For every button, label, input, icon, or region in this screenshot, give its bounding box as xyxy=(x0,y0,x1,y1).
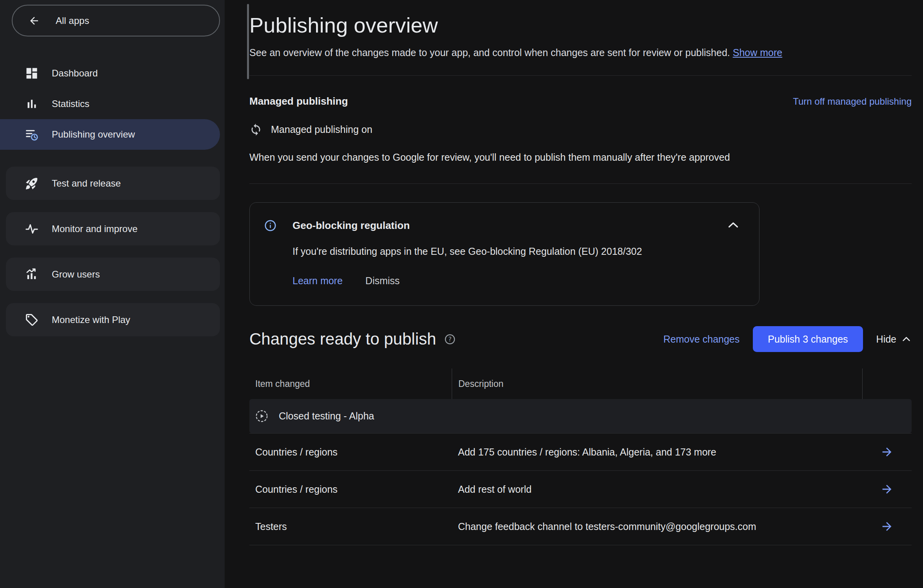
help-icon[interactable]: ? xyxy=(444,333,456,345)
sidebar-item-test-and-release[interactable]: Test and release xyxy=(6,167,220,200)
bar-chart-icon xyxy=(25,97,39,111)
closed-testing-track-icon xyxy=(255,410,268,423)
sidebar-item-monetize-with-play[interactable]: Monetize with Play xyxy=(6,303,220,336)
row-detail-button[interactable] xyxy=(880,445,894,459)
play-console-app: All apps Dashboard Statistics xyxy=(0,0,923,588)
cell-description: Add 175 countries / regions: Albania, Al… xyxy=(452,446,862,458)
cell-item-changed: Countries / regions xyxy=(249,484,452,495)
sidebar-item-label: Monitor and improve xyxy=(52,223,138,234)
managed-publishing-title: Managed publishing xyxy=(249,95,348,107)
geo-card-body: If you're distributing apps in the EU, s… xyxy=(293,246,740,257)
column-header-description: Description xyxy=(452,368,862,399)
sidebar-item-dashboard[interactable]: Dashboard xyxy=(0,58,225,89)
page-title: Publishing overview xyxy=(249,13,912,37)
sidebar-groups: Test and release Monitor and improve Gro… xyxy=(0,167,225,336)
publishing-overview-icon xyxy=(25,127,39,142)
sidebar-item-monitor-and-improve[interactable]: Monitor and improve xyxy=(6,212,220,245)
show-more-link[interactable]: Show more xyxy=(733,47,782,58)
changes-section: Changes ready to publish ? Remove change… xyxy=(249,326,912,545)
sidebar-item-label: Statistics xyxy=(52,98,89,109)
dashboard-icon xyxy=(25,66,39,80)
geo-blocking-card: Geo-blocking regulation If you're distri… xyxy=(249,202,759,306)
sidebar-item-label: Publishing overview xyxy=(52,129,135,140)
scrollbar-thumb[interactable] xyxy=(247,4,249,79)
managed-publishing-status: Managed publishing on xyxy=(249,123,912,136)
sidebar-item-grow-users[interactable]: Grow users xyxy=(6,258,220,291)
managed-publishing-section: Managed publishing Turn off managed publ… xyxy=(249,95,912,163)
sidebar-item-publishing-overview[interactable]: Publishing overview xyxy=(0,119,220,150)
page-header: Publishing overview See an overview of t… xyxy=(249,0,912,76)
arrow-forward-icon xyxy=(880,520,894,533)
cell-item-changed: Countries / regions xyxy=(249,446,452,458)
arrow-forward-icon xyxy=(880,445,894,459)
turn-off-managed-publishing-link[interactable]: Turn off managed publishing xyxy=(793,96,912,107)
changes-title: Changes ready to publish xyxy=(249,330,436,348)
geo-card-title: Geo-blocking regulation xyxy=(293,220,410,232)
status-text: Managed publishing on xyxy=(271,124,372,135)
group-row-label: Closed testing - Alpha xyxy=(279,410,374,422)
remove-changes-link[interactable]: Remove changes xyxy=(663,334,740,345)
publish-changes-button[interactable]: Publish 3 changes xyxy=(753,326,863,352)
table-row[interactable]: Countries / regions Add 175 countries / … xyxy=(249,433,912,470)
sidebar-nav: Dashboard Statistics xyxy=(0,58,225,150)
column-header-action xyxy=(862,368,912,399)
growth-chart-icon xyxy=(25,267,39,281)
sync-icon xyxy=(249,123,262,136)
collapse-card-button[interactable] xyxy=(726,218,740,232)
sidebar-item-label: Grow users xyxy=(52,269,100,280)
sidebar: All apps Dashboard Statistics xyxy=(0,0,225,588)
cell-description: Change feedback channel to testers-commu… xyxy=(452,521,862,532)
main-content: Publishing overview See an overview of t… xyxy=(225,0,923,588)
rocket-icon xyxy=(25,176,39,191)
cell-description: Add rest of world xyxy=(452,484,862,495)
sidebar-item-statistics[interactable]: Statistics xyxy=(0,89,225,119)
row-detail-button[interactable] xyxy=(880,483,894,496)
learn-more-link[interactable]: Learn more xyxy=(293,275,343,287)
changes-table: Item changed Description Closed testing … xyxy=(249,368,912,545)
column-header-item-changed: Item changed xyxy=(249,379,452,389)
all-apps-button[interactable]: All apps xyxy=(12,5,220,36)
price-tag-icon xyxy=(25,313,39,327)
table-row[interactable]: Testers Change feedback channel to teste… xyxy=(249,508,912,545)
cell-item-changed: Testers xyxy=(249,521,452,532)
managed-publishing-description: When you send your changes to Google for… xyxy=(249,152,912,163)
chevron-up-icon xyxy=(726,218,740,232)
svg-text:?: ? xyxy=(449,336,452,343)
info-icon xyxy=(264,219,277,232)
table-group-row[interactable]: Closed testing - Alpha xyxy=(249,399,912,433)
all-apps-label: All apps xyxy=(56,15,89,26)
dismiss-link[interactable]: Dismiss xyxy=(365,275,400,287)
back-arrow-icon xyxy=(28,15,40,27)
hide-label: Hide xyxy=(876,334,896,345)
sidebar-item-label: Test and release xyxy=(52,178,121,189)
hide-section-button[interactable]: Hide xyxy=(876,334,912,345)
sidebar-item-label: Dashboard xyxy=(52,68,98,79)
subtitle-text: See an overview of the changes made to y… xyxy=(249,47,730,58)
table-row[interactable]: Countries / regions Add rest of world xyxy=(249,470,912,508)
row-detail-button[interactable] xyxy=(880,520,894,533)
arrow-forward-icon xyxy=(880,483,894,496)
section-divider xyxy=(249,183,912,184)
pulse-icon xyxy=(25,222,39,236)
sidebar-item-label: Monetize with Play xyxy=(52,314,130,325)
chevron-up-icon xyxy=(901,334,912,345)
page-subtitle: See an overview of the changes made to y… xyxy=(249,46,912,60)
table-header: Item changed Description xyxy=(249,368,912,399)
